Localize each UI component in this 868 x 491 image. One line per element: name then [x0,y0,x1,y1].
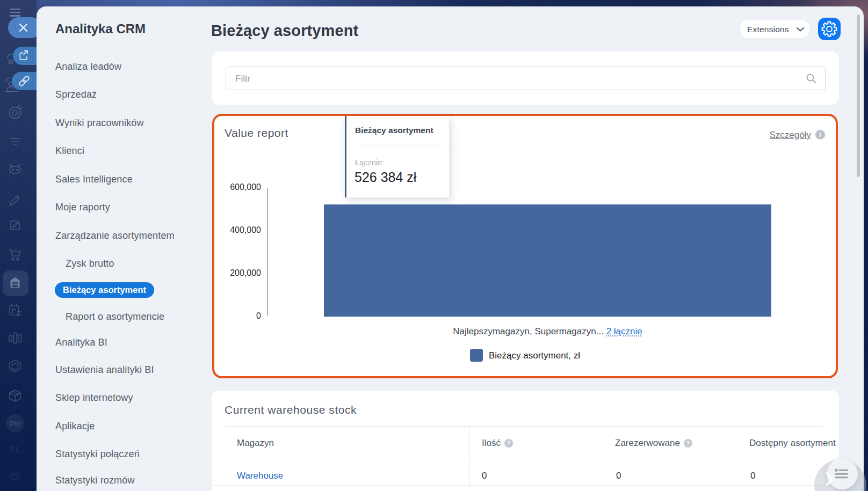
svg-text:PL: PL [10,444,20,453]
svg-text:PH: PH [10,419,21,428]
